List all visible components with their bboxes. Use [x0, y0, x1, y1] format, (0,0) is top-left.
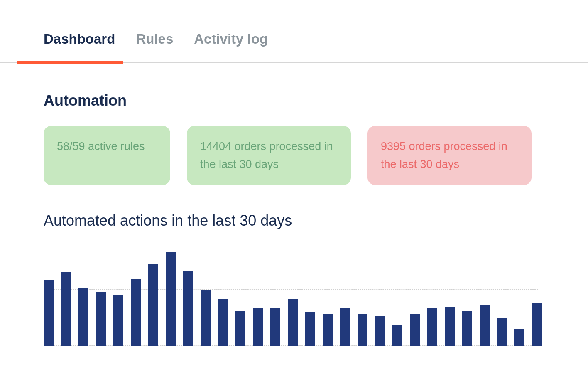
chart-bar	[392, 325, 402, 346]
card-active-rules: 58/59 active rules	[44, 126, 170, 185]
app-container: Dashboard Rules Activity log Automation …	[0, 0, 588, 392]
chart-bar	[358, 314, 368, 346]
chart-bar	[497, 318, 507, 346]
tab-activity-log[interactable]: Activity log	[194, 31, 268, 62]
chart-bar	[514, 329, 524, 346]
tab-dashboard[interactable]: Dashboard	[44, 31, 115, 62]
chart-bar	[148, 264, 158, 346]
tab-bar: Dashboard Rules Activity log	[0, 0, 588, 63]
chart-bar	[113, 295, 123, 346]
chart-bar	[218, 299, 228, 346]
chart-bar	[305, 312, 315, 346]
card-orders-processed-red: 9395 orders processed in the last 30 day…	[368, 126, 532, 185]
chart-bar	[61, 272, 71, 346]
chart-bar	[235, 311, 245, 346]
chart-bar	[166, 252, 176, 346]
chart-title: Automated actions in the last 30 days	[44, 212, 544, 229]
chart-bar	[427, 308, 437, 346]
section-title: Automation	[44, 92, 544, 109]
chart-bar	[462, 311, 472, 346]
chart-bar	[340, 308, 350, 346]
chart-bar	[183, 271, 193, 346]
chart-bar	[445, 307, 455, 346]
chart-bar	[78, 288, 88, 346]
content-area: Automation 58/59 active rules 14404 orde…	[0, 63, 588, 346]
chart-bar	[532, 303, 542, 346]
chart-bar	[270, 308, 280, 346]
chart-area	[44, 252, 538, 346]
card-orders-processed-green: 14404 orders processed in the last 30 da…	[187, 126, 351, 185]
chart-bar	[410, 314, 420, 346]
chart-bars	[44, 252, 538, 346]
summary-cards: 58/59 active rules 14404 orders processe…	[44, 126, 544, 185]
chart-bar	[375, 316, 385, 346]
chart-bar	[480, 305, 490, 346]
tab-rules[interactable]: Rules	[136, 31, 173, 62]
chart-bar	[131, 279, 141, 346]
chart-bar	[44, 280, 54, 346]
chart-bar	[201, 290, 211, 346]
chart-bar	[96, 292, 106, 346]
chart-bar	[253, 308, 263, 346]
chart-bar	[288, 299, 298, 346]
chart-bar	[323, 314, 333, 346]
